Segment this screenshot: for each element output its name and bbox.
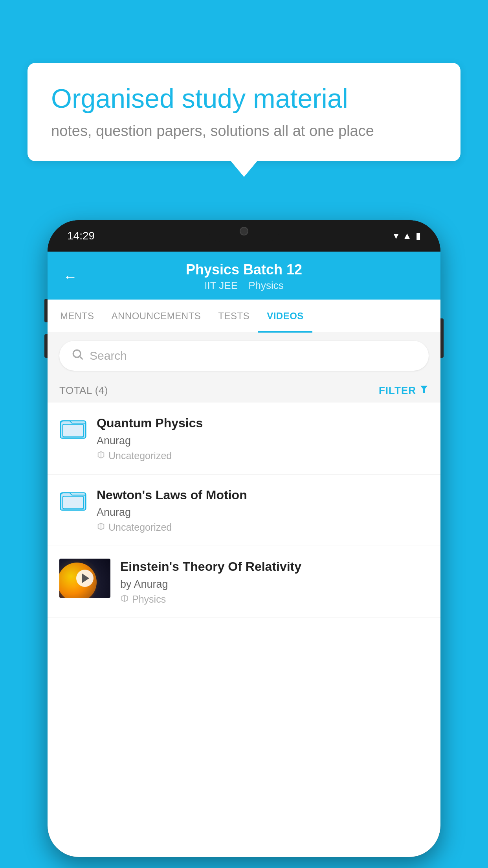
svg-point-0 <box>73 350 81 357</box>
list-item[interactable]: Newton's Laws of Motion Anurag Uncategor… <box>48 474 440 546</box>
tag-label: Physics <box>132 594 166 605</box>
tag-label: Uncategorized <box>108 450 172 462</box>
video-title: Einstein's Theory Of Relativity <box>120 559 429 575</box>
play-button-overlay[interactable] <box>76 570 94 587</box>
speech-bubble-title: Organised study material <box>51 83 437 115</box>
tab-tests[interactable]: TESTS <box>209 300 258 333</box>
phone-power-button <box>440 318 444 358</box>
tab-ments[interactable]: MENTS <box>51 300 103 333</box>
total-count-label: TOTAL (4) <box>59 384 108 397</box>
search-icon <box>71 348 84 364</box>
app-header: ← Physics Batch 12 IIT JEE Physics <box>48 252 440 300</box>
search-bar-container: Search <box>48 333 440 379</box>
tag-icon <box>97 522 105 533</box>
video-tag: Uncategorized <box>97 522 429 533</box>
tab-videos[interactable]: VIDEOS <box>258 300 312 333</box>
battery-icon: ▮ <box>416 230 421 241</box>
video-title: Quantum Physics <box>97 415 429 432</box>
phone-notch <box>209 220 279 242</box>
folder-icon <box>59 487 87 515</box>
svg-marker-2 <box>420 386 427 393</box>
video-info: Quantum Physics Anurag Uncategorized <box>97 415 429 462</box>
phone-camera <box>240 227 248 235</box>
app-background: Organised study material notes, question… <box>0 0 488 868</box>
filter-bar: TOTAL (4) FILTER <box>48 379 440 403</box>
wifi-icon: ▾ <box>394 230 398 241</box>
speech-bubble-container: Organised study material notes, question… <box>28 63 460 161</box>
list-item[interactable]: Einstein's Theory Of Relativity by Anura… <box>48 546 440 618</box>
tag-icon <box>97 450 105 462</box>
filter-button[interactable]: FILTER <box>379 384 429 397</box>
play-triangle-icon <box>82 574 89 583</box>
batch-title: Physics Batch 12 <box>186 261 302 278</box>
list-item[interactable]: Quantum Physics Anurag Uncategorized <box>48 403 440 474</box>
video-tag: Physics <box>120 594 429 605</box>
status-bar-time: 14:29 <box>67 230 95 242</box>
video-author: Anurag <box>97 506 429 519</box>
svg-line-1 <box>80 357 83 359</box>
video-thumbnail <box>59 559 110 598</box>
tag-icon <box>120 594 129 605</box>
status-bar: 14:29 ▾ ▲ ▮ <box>48 220 440 252</box>
speech-bubble-subtitle: notes, question papers, solutions all at… <box>51 123 437 140</box>
video-list: Quantum Physics Anurag Uncategorized <box>48 403 440 618</box>
video-title: Newton's Laws of Motion <box>97 487 429 504</box>
video-tag: Uncategorized <box>97 450 429 462</box>
video-author: by Anurag <box>120 578 429 590</box>
tabs-bar: MENTS ANNOUNCEMENTS TESTS VIDEOS <box>48 300 440 333</box>
signal-icon: ▲ <box>402 230 412 241</box>
video-info: Einstein's Theory Of Relativity by Anura… <box>120 559 429 605</box>
batch-subtitle: IIT JEE Physics <box>186 280 302 292</box>
filter-label: FILTER <box>379 384 416 397</box>
svg-rect-7 <box>63 496 84 509</box>
back-button[interactable]: ← <box>63 268 77 285</box>
batch-subject: Physics <box>248 280 284 291</box>
search-placeholder-text: Search <box>90 349 127 362</box>
phone-screen: ← Physics Batch 12 IIT JEE Physics MENTS… <box>48 252 440 857</box>
status-icons: ▾ ▲ ▮ <box>394 230 421 241</box>
tab-announcements[interactable]: ANNOUNCEMENTS <box>103 300 210 333</box>
header-title-group: Physics Batch 12 IIT JEE Physics <box>186 261 302 292</box>
video-author: Anurag <box>97 435 429 447</box>
phone-volume-down-button <box>44 334 48 358</box>
search-bar[interactable]: Search <box>59 341 429 371</box>
tag-label: Uncategorized <box>108 522 172 533</box>
phone-mockup: 14:29 ▾ ▲ ▮ ← Physics Batch 12 IIT JEE P… <box>48 220 440 857</box>
batch-category: IIT JEE <box>204 280 238 291</box>
phone-volume-up-button <box>44 299 48 322</box>
video-info: Newton's Laws of Motion Anurag Uncategor… <box>97 487 429 533</box>
speech-bubble: Organised study material notes, question… <box>28 63 460 161</box>
svg-rect-4 <box>63 424 84 437</box>
folder-icon <box>59 415 87 443</box>
filter-funnel-icon <box>419 384 429 397</box>
